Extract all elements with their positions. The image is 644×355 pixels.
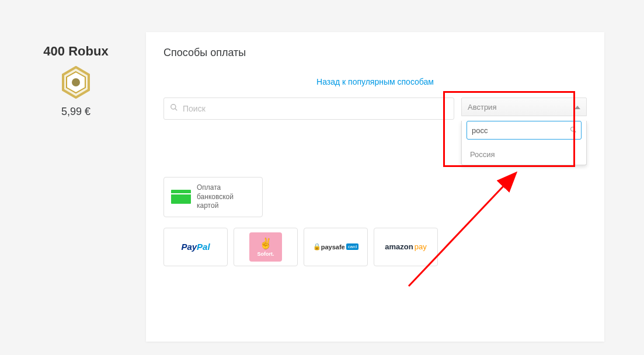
search-icon — [570, 126, 577, 135]
product-title: 400 Robux — [23, 44, 128, 59]
search-input[interactable] — [183, 104, 448, 113]
peace-icon: ✌ — [259, 237, 272, 250]
country-dropdown: Россия — [461, 121, 587, 165]
bank-card-label: Оплата банковской картой — [197, 183, 234, 211]
bank-card-option[interactable]: Оплата банковской картой — [163, 177, 263, 217]
payment-methods-row: PayPal ✌ Sofort. 🔒 paysafecard amazon pa… — [163, 228, 587, 266]
back-link-row: Назад к популярным способам — [163, 76, 587, 87]
country-select-header[interactable]: Австрия — [461, 98, 587, 116]
search-field[interactable] — [163, 98, 454, 120]
country-result-item[interactable]: Россия — [462, 144, 586, 165]
lock-icon: 🔒 — [313, 243, 321, 250]
back-to-popular-link[interactable]: Назад к популярным способам — [316, 77, 434, 86]
svg-line-7 — [575, 130, 576, 132]
amazonpay-option[interactable]: amazon pay — [374, 228, 438, 266]
svg-marker-5 — [575, 106, 580, 109]
country-search-field[interactable] — [467, 121, 582, 140]
bank-row: Оплата банковской картой — [163, 177, 587, 217]
sofort-option[interactable]: ✌ Sofort. — [234, 228, 298, 266]
search-icon — [170, 103, 178, 114]
sofort-logo: ✌ Sofort. — [249, 232, 282, 262]
paysafecard-option[interactable]: 🔒 paysafecard — [304, 228, 368, 266]
svg-point-3 — [171, 105, 176, 109]
country-search-input[interactable] — [472, 126, 570, 135]
amazonpay-logo: amazon pay — [385, 242, 426, 251]
panel-title: Способы оплаты — [163, 47, 587, 59]
paysafecard-logo: 🔒 paysafecard — [313, 243, 359, 250]
product-sidebar: 400 Robux 5,99 € — [23, 44, 128, 118]
paypal-option[interactable]: PayPal — [163, 228, 228, 266]
payment-panel: Способы оплаты Назад к популярным способ… — [146, 32, 604, 342]
svg-point-6 — [571, 127, 575, 131]
product-price: 5,99 € — [23, 106, 128, 118]
country-select[interactable]: Австрия Россия — [461, 98, 587, 165]
country-selected: Австрия — [468, 103, 496, 112]
svg-line-4 — [175, 109, 177, 111]
robux-icon — [23, 66, 128, 99]
chevron-up-icon — [575, 103, 580, 112]
credit-card-icon — [171, 190, 191, 204]
search-row: Австрия Россия — [163, 98, 587, 165]
svg-point-2 — [72, 78, 80, 86]
paypal-logo: PayPal — [181, 242, 210, 252]
